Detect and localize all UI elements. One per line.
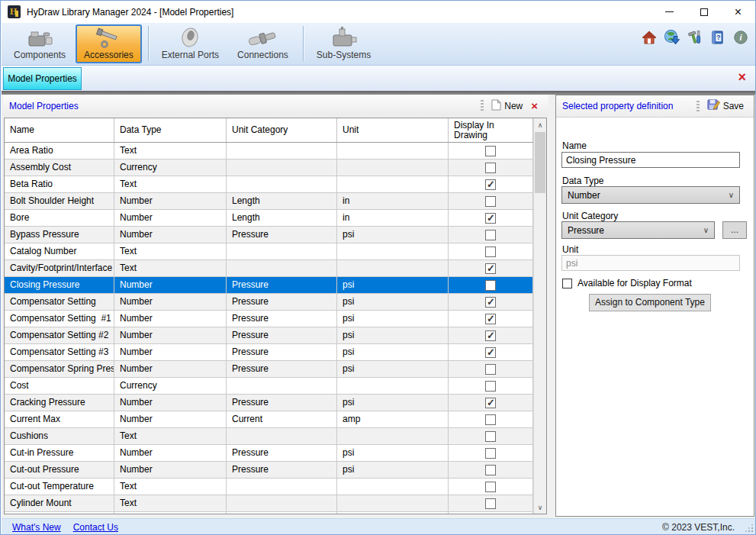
cell-unit-category[interactable]: Pressure	[227, 311, 337, 327]
cell-data-type[interactable]: Text	[114, 495, 227, 511]
scroll-up-arrow-icon[interactable]: ∧	[534, 118, 546, 131]
column-header-name[interactable]: Name	[5, 118, 114, 142]
table-row[interactable]: Compensator Setting Number Pressure psi	[5, 294, 533, 311]
cell-unit[interactable]	[337, 143, 449, 159]
minimize-button[interactable]	[652, 1, 687, 23]
display-in-drawing-checkbox[interactable]	[485, 414, 496, 425]
cell-unit[interactable]: psi	[337, 294, 449, 310]
cell-name[interactable]: Compensator Setting #2	[5, 327, 114, 343]
data-type-dropdown[interactable]: Number ∨	[561, 186, 740, 204]
column-header-unit[interactable]: Unit	[337, 118, 449, 142]
cell-unit[interactable]	[337, 378, 449, 394]
table-row[interactable]: Assembly Cost Currency	[5, 160, 533, 176]
display-in-drawing-checkbox[interactable]	[485, 179, 496, 190]
cell-data-type[interactable]: Number	[114, 395, 227, 411]
close-button[interactable]: ×	[721, 1, 755, 23]
contact-us-link[interactable]: Contact Us	[73, 522, 118, 533]
scrollbar-thumb[interactable]	[535, 132, 545, 193]
cell-name[interactable]: Cut-in Pressure	[5, 445, 114, 461]
cell-name[interactable]: Cracking Pressure	[5, 395, 114, 411]
ribbon-button-components[interactable]: Components	[5, 24, 74, 63]
cell-unit[interactable]: amp	[337, 411, 449, 427]
cell-unit-category[interactable]: Pressure	[227, 361, 337, 377]
table-row[interactable]: Beta Ratio Text	[5, 176, 533, 193]
cell-data-type[interactable]: Text	[114, 428, 227, 444]
cell-unit-category[interactable]: Pressure	[227, 395, 337, 411]
cell-name[interactable]: Bypass Pressure	[5, 227, 114, 243]
available-display-format-checkbox[interactable]	[562, 279, 572, 288]
cell-unit-category[interactable]	[227, 243, 337, 259]
cell-data-type[interactable]: Text	[114, 243, 227, 259]
display-in-drawing-checkbox[interactable]	[485, 230, 496, 240]
cell-unit-category[interactable]	[227, 479, 337, 495]
cell-unit-category[interactable]: Current	[227, 411, 337, 427]
cell-unit-category[interactable]: Pressure	[227, 445, 337, 461]
cell-unit-category[interactable]	[227, 378, 337, 394]
delete-property-button[interactable]: ×	[526, 99, 542, 112]
table-row[interactable]: Compensator Setting #1 Number Pressure p…	[5, 311, 533, 327]
whats-new-link[interactable]: What's New	[12, 522, 61, 533]
cell-data-type[interactable]: Number	[114, 311, 227, 327]
cell-unit-category[interactable]: Pressure	[227, 327, 337, 343]
cell-name[interactable]: Compensator Setting	[5, 294, 114, 310]
display-in-drawing-checkbox[interactable]	[485, 364, 496, 375]
unit-category-browse-button[interactable]: ...	[722, 221, 747, 239]
table-row[interactable]: Cut-in Pressure Number Pressure psi	[5, 445, 533, 462]
table-row[interactable]: Bolt Shoulder Height Number Length in	[5, 193, 533, 210]
cell-data-type[interactable]: Number	[114, 277, 227, 293]
assign-to-component-type-button[interactable]: Assign to Component Type	[589, 294, 711, 311]
cell-data-type[interactable]: Number	[114, 445, 227, 461]
new-property-button[interactable]: New	[487, 98, 526, 114]
cell-unit[interactable]: psi	[337, 277, 449, 293]
cell-unit-category[interactable]	[227, 260, 337, 276]
cell-unit-category[interactable]: Pressure	[227, 462, 337, 478]
cell-name[interactable]: Cushions	[5, 428, 114, 444]
cell-unit[interactable]: psi	[337, 327, 449, 343]
cell-unit-category[interactable]	[227, 160, 337, 176]
cell-data-type[interactable]: Number	[114, 361, 227, 377]
cell-unit[interactable]: psi	[337, 344, 449, 360]
display-in-drawing-checkbox[interactable]	[485, 196, 496, 207]
ribbon-button-accessories[interactable]: Accessories	[76, 24, 142, 63]
tab-close-button[interactable]: ×	[738, 69, 746, 85]
cell-name[interactable]	[5, 512, 114, 514]
display-in-drawing-checkbox[interactable]	[485, 213, 496, 224]
table-row[interactable]: Current Max Number Current amp	[5, 411, 533, 428]
cell-unit-category[interactable]: Pressure	[227, 344, 337, 360]
cell-unit[interactable]	[337, 479, 449, 495]
cell-unit[interactable]: in	[337, 210, 449, 226]
cell-data-type[interactable]: Text	[114, 143, 227, 159]
display-in-drawing-checkbox[interactable]	[485, 482, 496, 492]
cell-unit[interactable]: psi	[337, 462, 449, 478]
cell-name[interactable]: Bore	[5, 210, 114, 226]
maximize-button[interactable]	[687, 1, 721, 23]
cell-data-type[interactable]: Number	[114, 294, 227, 310]
cell-unit-category[interactable]: Pressure	[227, 294, 337, 310]
column-header-display-in-drawing[interactable]: Display In Drawing	[449, 118, 533, 142]
cell-unit-category[interactable]: Length	[227, 210, 337, 226]
display-in-drawing-checkbox[interactable]	[485, 280, 496, 291]
display-in-drawing-checkbox[interactable]	[485, 398, 496, 408]
cell-data-type[interactable]: Number	[114, 193, 227, 209]
table-row[interactable]: Compensator Setting #3 Number Pressure p…	[5, 344, 533, 361]
help-icon[interactable]: ?	[709, 29, 725, 45]
cell-unit[interactable]: psi	[337, 395, 449, 411]
about-icon[interactable]: i	[732, 29, 748, 45]
cell-name[interactable]: Cylinder Mount	[5, 495, 114, 511]
ribbon-button-external-ports[interactable]: External Ports	[153, 24, 227, 63]
display-in-drawing-checkbox[interactable]	[485, 448, 496, 459]
cell-unit-category[interactable]	[227, 495, 337, 511]
cell-name[interactable]: Compensator Setting #1	[5, 311, 114, 327]
web-update-icon[interactable]	[664, 29, 680, 45]
display-in-drawing-checkbox[interactable]	[485, 247, 496, 257]
table-row[interactable]: Cost Currency	[5, 378, 533, 395]
display-in-drawing-checkbox[interactable]	[485, 163, 496, 173]
cell-unit[interactable]: in	[337, 193, 449, 209]
display-in-drawing-checkbox[interactable]	[485, 381, 496, 392]
cell-unit[interactable]	[337, 512, 449, 514]
cell-data-type[interactable]: Currency	[114, 160, 227, 176]
cell-name[interactable]: Beta Ratio	[5, 176, 114, 192]
cell-unit[interactable]	[337, 160, 449, 176]
cell-unit[interactable]	[337, 260, 449, 276]
ribbon-button-connections[interactable]: Connections	[229, 24, 297, 63]
